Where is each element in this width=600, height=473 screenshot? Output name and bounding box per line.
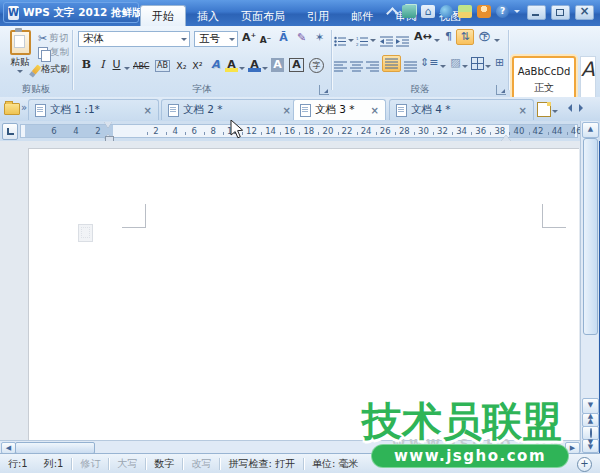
numbering-icon[interactable]: 12 — [356, 32, 369, 51]
shading-icon[interactable]: ▨ — [449, 56, 462, 70]
cut-button[interactable]: 剪切 — [38, 32, 68, 45]
tab-page-layout[interactable]: 页面布局 — [230, 8, 296, 26]
gallery-scroll-down-icon[interactable] — [595, 76, 600, 82]
paste-button[interactable]: 粘贴 — [6, 30, 34, 76]
minimize-button[interactable] — [527, 5, 546, 20]
tab-selector-button[interactable] — [2, 123, 18, 140]
close-button[interactable] — [575, 5, 594, 20]
phonetic-guide-icon[interactable]: Ā — [277, 31, 290, 45]
home-icon[interactable] — [421, 5, 435, 18]
font-size-combo[interactable]: 五号 — [194, 31, 238, 47]
bold-button[interactable]: B — [80, 58, 93, 72]
numbering-dropdown-icon[interactable] — [370, 39, 376, 45]
shading-dropdown-icon[interactable] — [462, 65, 468, 71]
font-color-icon[interactable]: A — [248, 58, 261, 72]
vertical-scroll-thumb[interactable] — [583, 138, 598, 335]
enclose-characters-icon[interactable]: A — [289, 58, 304, 72]
bullets-dropdown-icon[interactable] — [348, 39, 354, 45]
status-num-lock[interactable]: 数字 — [146, 457, 182, 471]
tab-references[interactable]: 引用 — [296, 8, 340, 26]
align-right-icon[interactable] — [366, 57, 379, 76]
text-effects-icon[interactable]: ✶ — [313, 31, 326, 45]
status-track-changes[interactable]: 修订 — [72, 457, 108, 471]
gallery-scroll-up-icon[interactable] — [595, 56, 600, 62]
character-border-button[interactable]: AB — [155, 60, 170, 72]
status-unit[interactable]: 单位: 毫米 — [304, 457, 367, 471]
font-color-dropdown-icon[interactable] — [262, 67, 268, 73]
font-name-combo[interactable]: 宋体 — [78, 31, 190, 47]
character-scaling-dropdown-icon[interactable] — [434, 39, 440, 45]
underline-button[interactable]: U — [110, 58, 123, 72]
strikethrough-button[interactable]: ABC — [133, 60, 149, 74]
customer-service-icon[interactable] — [477, 5, 491, 18]
zoom-in-button[interactable] — [577, 457, 592, 472]
circled-character-icon[interactable]: 字 — [309, 58, 324, 73]
tab-scroll-left-icon[interactable] — [564, 104, 572, 112]
asian-layout-icon[interactable]: ㊦ — [478, 30, 491, 44]
copy-button[interactable]: 复制 — [38, 46, 69, 59]
underline-dropdown-icon[interactable] — [124, 67, 130, 73]
increase-indent-icon[interactable] — [396, 32, 409, 51]
wps-menu-button[interactable]: WPS 文字 2012 抢鲜版 — [3, 2, 139, 23]
tab-mailings[interactable]: 邮件 — [340, 8, 384, 26]
superscript-button[interactable]: X² — [191, 59, 204, 73]
decrease-indent-icon[interactable] — [380, 32, 393, 51]
italic-button[interactable]: I — [96, 58, 109, 72]
ruler-tick — [280, 132, 281, 135]
doc-tab-1[interactable]: 文档 1 :1* — [28, 99, 159, 120]
format-painter-button[interactable]: 格式刷 — [34, 63, 70, 76]
right-indent-marker[interactable] — [501, 130, 511, 141]
new-document-dropdown-icon[interactable] — [552, 110, 558, 116]
tab-scroll-right-icon[interactable] — [579, 104, 587, 112]
text-effect-a-icon[interactable]: A — [209, 58, 222, 72]
new-document-icon[interactable] — [537, 102, 551, 117]
close-tab-icon[interactable] — [144, 105, 152, 116]
folder-icon[interactable] — [4, 103, 20, 115]
close-tab-icon[interactable] — [283, 105, 291, 116]
doc-tab-4[interactable]: 文档 4 * — [389, 99, 534, 120]
highlight-color-icon[interactable]: A — [225, 58, 238, 72]
character-shading-icon[interactable]: A — [271, 58, 284, 72]
align-left-icon[interactable] — [334, 57, 347, 76]
asian-layout-dropdown-icon[interactable] — [494, 39, 500, 45]
line-spacing-dropdown-icon[interactable] — [440, 65, 446, 71]
doc-tab-3-active[interactable]: 文档 3 * — [293, 99, 386, 120]
bullets-icon[interactable] — [334, 32, 347, 51]
line-spacing-icon[interactable]: ⇕≡ — [420, 56, 438, 70]
status-overtype[interactable]: 改写 — [183, 457, 219, 471]
browser-icon[interactable] — [440, 5, 453, 18]
restore-button[interactable] — [551, 5, 570, 20]
close-tab-icon[interactable] — [371, 105, 379, 116]
borders-grid-icon[interactable] — [471, 57, 484, 70]
scroll-up-icon[interactable]: ▲ — [582, 122, 599, 138]
status-spell-check[interactable]: 拼写检查: 打开 — [220, 457, 303, 471]
collapse-ribbon-icon[interactable] — [386, 7, 399, 20]
status-caps-lock[interactable]: 大写 — [109, 457, 145, 471]
justify-button[interactable] — [382, 55, 401, 72]
line-distribution-button[interactable]: ⇅ — [456, 29, 474, 45]
font-dialog-launcher-icon[interactable] — [319, 85, 329, 95]
cascade-windows-icon[interactable] — [402, 5, 416, 18]
ruler-number: 6 — [191, 126, 196, 136]
object-placeholder-icon[interactable] — [78, 224, 93, 242]
tab-settings-icon[interactable]: ⊞ — [493, 56, 506, 70]
highlight-dropdown-icon[interactable] — [239, 67, 245, 73]
grow-font-button[interactable]: A⁺ — [242, 31, 256, 45]
distributed-icon[interactable] — [404, 57, 417, 76]
handwriting-icon[interactable]: ✎ — [295, 31, 308, 45]
share-picture-icon[interactable] — [458, 5, 472, 18]
shrink-font-button[interactable]: A⁻ — [259, 33, 272, 47]
help-dropdown-icon[interactable] — [514, 10, 520, 16]
tab-home[interactable]: 开始 — [140, 5, 186, 26]
close-tab-icon[interactable] — [519, 105, 527, 116]
align-center-icon[interactable] — [350, 57, 363, 76]
paragraph-mark-icon[interactable]: ¶ — [442, 30, 455, 44]
tab-insert[interactable]: 插入 — [186, 8, 230, 26]
subscript-button[interactable]: X₂ — [175, 59, 188, 73]
borders-dropdown-icon[interactable] — [485, 65, 491, 71]
tab-overflow-icon[interactable] — [21, 102, 27, 113]
help-icon[interactable] — [496, 5, 509, 18]
character-scaling-icon[interactable]: A↔ — [414, 30, 432, 44]
paragraph-dialog-launcher-icon[interactable] — [496, 85, 506, 95]
doc-tab-2[interactable]: 文档 2 * — [161, 99, 298, 120]
